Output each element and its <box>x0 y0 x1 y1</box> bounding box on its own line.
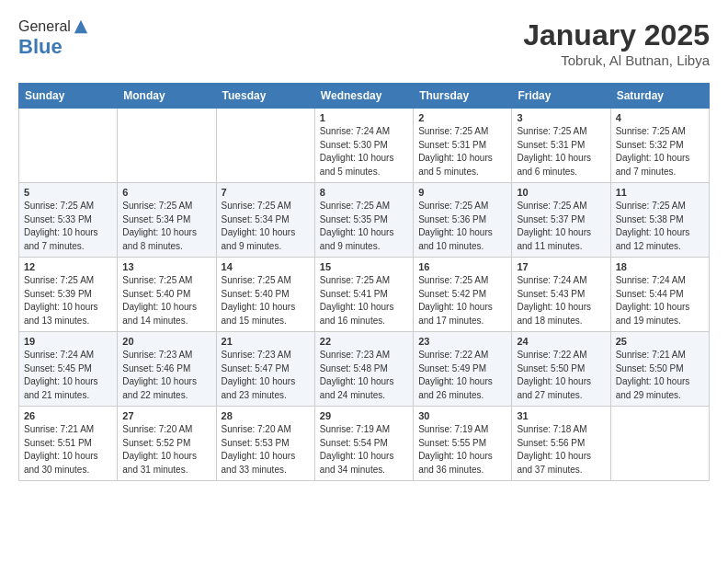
calendar-week-row: 26Sunrise: 7:21 AMSunset: 5:51 PMDayligh… <box>19 407 710 481</box>
day-number: 18 <box>616 261 704 272</box>
day-number: 15 <box>320 261 408 272</box>
calendar-day-cell: 8Sunrise: 7:25 AMSunset: 5:35 PMDaylight… <box>314 183 413 258</box>
weekday-header-cell: Thursday <box>414 84 512 109</box>
day-info: Sunrise: 7:25 AMSunset: 5:36 PMDaylight:… <box>418 200 506 253</box>
day-info: Sunrise: 7:21 AMSunset: 5:51 PMDaylight:… <box>24 423 112 477</box>
day-info: Sunrise: 7:22 AMSunset: 5:50 PMDaylight:… <box>517 349 605 402</box>
day-number: 29 <box>320 410 408 421</box>
day-number: 11 <box>616 187 704 198</box>
calendar-day-cell <box>610 407 709 481</box>
day-number: 10 <box>517 187 605 198</box>
day-info: Sunrise: 7:25 AMSunset: 5:34 PMDaylight:… <box>122 200 210 253</box>
day-info: Sunrise: 7:25 AMSunset: 5:39 PMDaylight:… <box>24 274 112 327</box>
day-info: Sunrise: 7:25 AMSunset: 5:34 PMDaylight:… <box>222 200 310 253</box>
day-number: 28 <box>222 410 310 421</box>
day-info: Sunrise: 7:25 AMSunset: 5:40 PMDaylight:… <box>122 274 210 327</box>
day-info: Sunrise: 7:25 AMSunset: 5:35 PMDaylight:… <box>320 200 408 253</box>
day-number: 14 <box>222 261 310 272</box>
calendar-day-cell: 31Sunrise: 7:18 AMSunset: 5:56 PMDayligh… <box>512 407 610 481</box>
day-number: 13 <box>122 261 210 272</box>
logo-blue: Blue <box>18 35 89 59</box>
calendar-day-cell: 1Sunrise: 7:24 AMSunset: 5:30 PMDaylight… <box>314 109 413 183</box>
day-number: 17 <box>517 261 605 272</box>
day-info: Sunrise: 7:25 AMSunset: 5:41 PMDaylight:… <box>320 274 408 327</box>
day-info: Sunrise: 7:20 AMSunset: 5:53 PMDaylight:… <box>222 423 310 477</box>
calendar-day-cell: 25Sunrise: 7:21 AMSunset: 5:50 PMDayligh… <box>610 332 709 407</box>
title-block: January 2025 Tobruk, Al Butnan, Libya <box>523 18 710 68</box>
calendar-day-cell: 12Sunrise: 7:25 AMSunset: 5:39 PMDayligh… <box>19 258 118 332</box>
calendar-day-cell <box>19 109 118 183</box>
day-number: 6 <box>122 187 210 198</box>
calendar-day-cell: 24Sunrise: 7:22 AMSunset: 5:50 PMDayligh… <box>512 332 610 407</box>
day-number: 25 <box>616 336 704 347</box>
calendar-day-cell: 28Sunrise: 7:20 AMSunset: 5:53 PMDayligh… <box>216 407 314 481</box>
day-info: Sunrise: 7:25 AMSunset: 5:32 PMDaylight:… <box>616 125 704 178</box>
svg-marker-0 <box>74 20 87 33</box>
calendar-day-cell: 23Sunrise: 7:22 AMSunset: 5:49 PMDayligh… <box>414 332 512 407</box>
day-number: 12 <box>24 261 112 272</box>
day-number: 26 <box>24 410 112 421</box>
weekday-header-cell: Wednesday <box>314 84 413 109</box>
calendar-day-cell <box>118 109 216 183</box>
day-info: Sunrise: 7:23 AMSunset: 5:46 PMDaylight:… <box>122 349 210 402</box>
day-number: 3 <box>517 112 605 123</box>
calendar-day-cell: 15Sunrise: 7:25 AMSunset: 5:41 PMDayligh… <box>314 258 413 332</box>
weekday-header-row: SundayMondayTuesdayWednesdayThursdayFrid… <box>19 84 710 109</box>
day-info: Sunrise: 7:19 AMSunset: 5:54 PMDaylight:… <box>320 423 408 477</box>
day-number: 7 <box>222 187 310 198</box>
calendar-day-cell: 29Sunrise: 7:19 AMSunset: 5:54 PMDayligh… <box>314 407 413 481</box>
page-header: General Blue January 2025 Tobruk, Al But… <box>18 18 710 68</box>
day-info: Sunrise: 7:24 AMSunset: 5:30 PMDaylight:… <box>320 125 408 178</box>
calendar-day-cell: 14Sunrise: 7:25 AMSunset: 5:40 PMDayligh… <box>216 258 314 332</box>
calendar-day-cell: 7Sunrise: 7:25 AMSunset: 5:34 PMDaylight… <box>216 183 314 258</box>
day-number: 1 <box>320 112 408 123</box>
calendar-day-cell: 9Sunrise: 7:25 AMSunset: 5:36 PMDaylight… <box>414 183 512 258</box>
day-info: Sunrise: 7:24 AMSunset: 5:45 PMDaylight:… <box>24 349 112 402</box>
day-number: 2 <box>418 112 506 123</box>
day-number: 23 <box>418 336 506 347</box>
day-number: 31 <box>517 410 605 421</box>
day-info: Sunrise: 7:25 AMSunset: 5:31 PMDaylight:… <box>517 125 605 178</box>
calendar-day-cell: 26Sunrise: 7:21 AMSunset: 5:51 PMDayligh… <box>19 407 118 481</box>
calendar-day-cell: 16Sunrise: 7:25 AMSunset: 5:42 PMDayligh… <box>414 258 512 332</box>
calendar-week-row: 5Sunrise: 7:25 AMSunset: 5:33 PMDaylight… <box>19 183 710 258</box>
day-number: 20 <box>122 336 210 347</box>
day-number: 30 <box>418 410 506 421</box>
day-number: 27 <box>122 410 210 421</box>
weekday-header-cell: Saturday <box>610 84 709 109</box>
weekday-header-cell: Friday <box>512 84 610 109</box>
day-info: Sunrise: 7:25 AMSunset: 5:37 PMDaylight:… <box>517 200 605 253</box>
logo-general: General <box>18 18 71 35</box>
day-info: Sunrise: 7:23 AMSunset: 5:47 PMDaylight:… <box>222 349 310 402</box>
day-info: Sunrise: 7:25 AMSunset: 5:33 PMDaylight:… <box>24 200 112 253</box>
calendar-day-cell: 21Sunrise: 7:23 AMSunset: 5:47 PMDayligh… <box>216 332 314 407</box>
calendar-day-cell: 30Sunrise: 7:19 AMSunset: 5:55 PMDayligh… <box>414 407 512 481</box>
day-info: Sunrise: 7:25 AMSunset: 5:38 PMDaylight:… <box>616 200 704 253</box>
day-info: Sunrise: 7:25 AMSunset: 5:31 PMDaylight:… <box>418 125 506 178</box>
day-number: 22 <box>320 336 408 347</box>
calendar-day-cell: 11Sunrise: 7:25 AMSunset: 5:38 PMDayligh… <box>610 183 709 258</box>
day-info: Sunrise: 7:23 AMSunset: 5:48 PMDaylight:… <box>320 349 408 402</box>
day-number: 8 <box>320 187 408 198</box>
day-number: 19 <box>24 336 112 347</box>
calendar-day-cell: 27Sunrise: 7:20 AMSunset: 5:52 PMDayligh… <box>118 407 216 481</box>
day-info: Sunrise: 7:22 AMSunset: 5:49 PMDaylight:… <box>418 349 506 402</box>
day-info: Sunrise: 7:21 AMSunset: 5:50 PMDaylight:… <box>616 349 704 402</box>
day-number: 24 <box>517 336 605 347</box>
day-info: Sunrise: 7:24 AMSunset: 5:43 PMDaylight:… <box>517 274 605 327</box>
weekday-header-cell: Sunday <box>19 84 118 109</box>
day-number: 16 <box>418 261 506 272</box>
calendar-day-cell: 17Sunrise: 7:24 AMSunset: 5:43 PMDayligh… <box>512 258 610 332</box>
calendar-day-cell: 4Sunrise: 7:25 AMSunset: 5:32 PMDaylight… <box>610 109 709 183</box>
calendar-day-cell: 13Sunrise: 7:25 AMSunset: 5:40 PMDayligh… <box>118 258 216 332</box>
calendar-day-cell: 22Sunrise: 7:23 AMSunset: 5:48 PMDayligh… <box>314 332 413 407</box>
weekday-header-cell: Tuesday <box>216 84 314 109</box>
calendar-day-cell: 19Sunrise: 7:24 AMSunset: 5:45 PMDayligh… <box>19 332 118 407</box>
day-number: 21 <box>222 336 310 347</box>
day-number: 5 <box>24 187 112 198</box>
calendar-day-cell: 18Sunrise: 7:24 AMSunset: 5:44 PMDayligh… <box>610 258 709 332</box>
day-info: Sunrise: 7:25 AMSunset: 5:42 PMDaylight:… <box>418 274 506 327</box>
day-info: Sunrise: 7:18 AMSunset: 5:56 PMDaylight:… <box>517 423 605 477</box>
calendar-day-cell <box>216 109 314 183</box>
calendar-body: 1Sunrise: 7:24 AMSunset: 5:30 PMDaylight… <box>19 109 710 481</box>
